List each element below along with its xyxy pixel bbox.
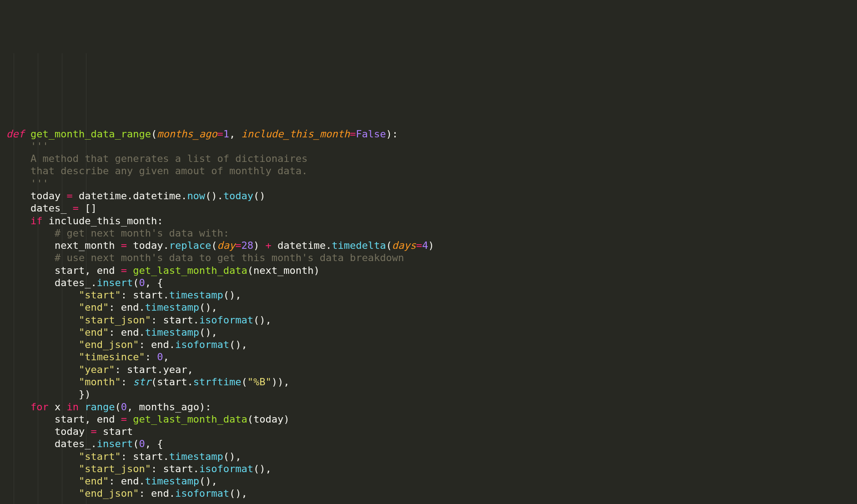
token-ident: : start. [121, 451, 169, 462]
code-line[interactable]: start, end = get_last_month_data(next_mo… [6, 264, 851, 277]
token-ident: , months_ago): [127, 401, 211, 413]
token-fncall: timedelta [332, 240, 386, 251]
token-param: include_this_month [242, 128, 350, 140]
token-str: "end_json" [79, 339, 139, 350]
token-ident [6, 351, 79, 363]
code-line[interactable]: next_month = today.replace(day=28) + dat… [6, 239, 851, 252]
code-line[interactable]: "end_json": end.isoformat(), [6, 338, 851, 351]
token-cmt: A method that generates a list of dictio… [6, 153, 308, 164]
token-punct: (), [223, 289, 242, 301]
code-line[interactable]: "end": end.timestamp(), [6, 475, 851, 487]
token-op: = [121, 265, 127, 276]
token-ident: start, end [6, 265, 121, 276]
token-ident [79, 401, 85, 413]
token-ident: datetime. [272, 240, 332, 251]
token-ident: next_month [6, 240, 121, 251]
code-line[interactable]: "start_json": start.isoformat(), [6, 314, 851, 326]
token-punct: (), [253, 314, 272, 326]
token-ident [6, 451, 79, 462]
code-line[interactable]: def get_month_data_range(months_ago=1, i… [6, 128, 851, 140]
code-line[interactable]: "start_json": start.isoformat(), [6, 463, 851, 475]
code-line[interactable]: ''' [6, 140, 851, 152]
code-line[interactable]: # use next month's data to get this mont… [6, 252, 851, 264]
token-op: = [235, 240, 241, 251]
token-const: False [356, 128, 386, 140]
code-line[interactable]: "start": start.timestamp(), [6, 289, 851, 301]
token-ident: today. [127, 240, 169, 251]
token-num: 0 [139, 438, 145, 449]
token-fncall: isoformat [199, 314, 253, 326]
code-line[interactable]: today = start [6, 425, 851, 438]
token-punct: (), [253, 463, 272, 474]
code-line[interactable]: for x in range(0, months_ago): [6, 401, 851, 413]
code-line[interactable]: "start": start.timestamp(), [6, 450, 851, 463]
token-ident: today [6, 190, 66, 202]
code-line[interactable]: if include_this_month: [6, 215, 851, 227]
token-ident: start [97, 426, 133, 437]
token-ident: : start. [121, 289, 169, 301]
code-line[interactable]: dates_.insert(0, { [6, 277, 851, 289]
code-line[interactable]: # get next month's data with: [6, 227, 851, 239]
token-str: "start" [79, 451, 121, 462]
code-line[interactable]: dates_ = [] [6, 202, 851, 214]
token-num: 0 [157, 351, 163, 363]
code-line[interactable]: }) [6, 388, 851, 400]
token-num: 28 [242, 240, 254, 251]
token-punct: , [163, 351, 169, 363]
token-num: 1 [223, 128, 229, 140]
token-op: = [350, 128, 356, 140]
token-ident [6, 302, 79, 313]
token-op: = [217, 128, 223, 140]
token-ident: : start.year, [115, 364, 193, 375]
token-fncall: timestamp [169, 451, 223, 462]
token-ident [6, 289, 79, 301]
code-editor[interactable]: def get_month_data_range(months_ago=1, i… [6, 53, 851, 504]
token-ident: (start. [151, 376, 193, 388]
token-num: 4 [422, 240, 428, 251]
token-builtin: str [133, 376, 151, 388]
token-str: "timesince" [79, 351, 145, 363]
code-line[interactable]: "end_json": end.isoformat(), [6, 487, 851, 499]
code-line[interactable]: start, end = get_last_month_data(today) [6, 413, 851, 425]
token-punct: ( [386, 240, 392, 251]
code-line[interactable]: "end": end.timestamp(), [6, 301, 851, 313]
code-line[interactable]: "year": start.year, [6, 363, 851, 376]
token-op: + [266, 240, 272, 251]
code-line[interactable]: "month": str(start.strftime("%B")), [6, 376, 851, 388]
token-ident: : end. [139, 488, 175, 499]
token-ident: : [145, 351, 157, 363]
token-str: "start_json" [79, 314, 151, 326]
token-fncall: timestamp [145, 302, 199, 313]
token-punct: ( [242, 376, 247, 388]
code-line[interactable]: A method that generates a list of dictio… [6, 152, 851, 165]
token-punct: ( [211, 240, 217, 251]
token-ident [127, 413, 133, 425]
token-punct: ) [253, 240, 266, 251]
token-ident: : [121, 376, 133, 388]
token-str: "end" [79, 302, 109, 313]
code-line[interactable]: that describe any given amout of monthly… [6, 165, 851, 177]
code-line[interactable]: ''' [6, 177, 851, 190]
code-line[interactable]: "timesince": 0, [6, 351, 851, 363]
token-op: = [121, 240, 127, 251]
code-line[interactable]: "end": end.timestamp(), [6, 326, 851, 338]
token-str: "end_json" [79, 488, 139, 499]
token-cmt: ''' [6, 178, 49, 189]
token-ident: dates_. [6, 277, 97, 288]
token-fn: get_month_data_range [30, 128, 151, 140]
token-ident [6, 475, 79, 487]
token-punct: )), [272, 376, 290, 388]
token-fncall: isoformat [175, 488, 229, 499]
code-line[interactable]: dates_.insert(0, { [6, 438, 851, 450]
token-kw: def [6, 128, 30, 140]
token-cmt: # use next month's data to get this mont… [6, 252, 404, 263]
token-kwplain: in [66, 401, 79, 413]
token-punct: (), [199, 327, 217, 338]
token-num: 0 [139, 277, 145, 288]
token-punct: ): [386, 128, 398, 140]
token-fncallg: get_last_month_data [133, 265, 247, 276]
token-ident: x [49, 401, 67, 413]
token-ident [6, 314, 79, 326]
code-line[interactable]: today = datetime.datetime.now().today() [6, 190, 851, 202]
token-ident: dates_ [6, 202, 73, 214]
